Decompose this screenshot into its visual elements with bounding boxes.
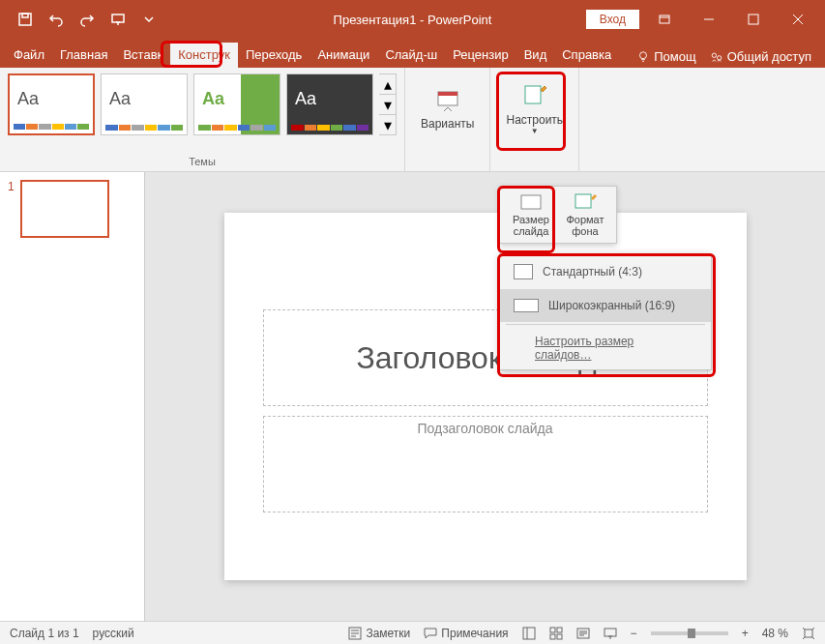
svg-point-5 bbox=[640, 51, 647, 58]
tab-animations[interactable]: Анимаци bbox=[309, 43, 377, 68]
tab-help[interactable]: Справка bbox=[554, 43, 619, 68]
redo-icon[interactable] bbox=[74, 6, 101, 33]
qat-more-icon[interactable] bbox=[135, 6, 162, 33]
format-background-button[interactable]: Формат фона bbox=[560, 190, 610, 239]
slide-thumbnails-pane[interactable]: 1 bbox=[0, 172, 145, 621]
notes-label: Заметки bbox=[366, 627, 410, 640]
theme-thumb-2[interactable]: Aa bbox=[101, 73, 188, 135]
comments-icon bbox=[424, 627, 437, 640]
svg-rect-9 bbox=[438, 92, 457, 96]
subtitle-placeholder[interactable]: Подзаголовок слайда bbox=[263, 416, 708, 512]
slide-counter: Слайд 1 из 1 bbox=[10, 627, 79, 640]
share-icon bbox=[710, 50, 723, 64]
slide-size-label: Размер слайда bbox=[510, 214, 552, 237]
share-button[interactable]: Общий доступ bbox=[710, 49, 811, 64]
tab-transitions[interactable]: Переходь bbox=[238, 43, 309, 68]
ribbon-options-icon[interactable] bbox=[645, 0, 684, 39]
svg-rect-1 bbox=[22, 14, 28, 17]
svg-rect-18 bbox=[557, 634, 562, 639]
size-standard-item[interactable]: Стандартный (4:3) bbox=[500, 254, 711, 289]
svg-point-7 bbox=[717, 55, 721, 59]
save-icon[interactable] bbox=[12, 6, 39, 33]
theme-thumb-1[interactable]: Aa bbox=[8, 73, 95, 135]
ribbon-tabs: Файл Главная Вставк Конструк Переходь Ан… bbox=[0, 39, 825, 68]
status-bar: Слайд 1 из 1 русский Заметки Примечания … bbox=[0, 621, 825, 644]
maximize-icon[interactable] bbox=[734, 0, 773, 39]
window-title: Презентация1 - PowerPoint bbox=[334, 13, 492, 27]
ribbon-design: Aa Aa Aa Aa ▴▾▾ Темы Варианты bbox=[0, 68, 825, 172]
customize-flyout: Размер слайда Формат фона bbox=[499, 186, 617, 244]
svg-rect-11 bbox=[521, 195, 541, 209]
customize-button[interactable]: Настроить ▼ bbox=[498, 73, 571, 143]
slide-size-button[interactable]: Размер слайда bbox=[506, 190, 556, 239]
comments-button[interactable]: Примечания bbox=[424, 627, 508, 640]
tab-home[interactable]: Главная bbox=[52, 43, 115, 68]
notes-button[interactable]: Заметки bbox=[348, 627, 410, 640]
title-bar: Презентация1 - PowerPoint Вход bbox=[0, 0, 825, 39]
theme-thumb-3[interactable]: Aa bbox=[193, 73, 280, 135]
variants-button[interactable]: Варианты bbox=[413, 73, 482, 143]
tellme-button[interactable]: Помощ bbox=[636, 49, 695, 64]
tab-design[interactable]: Конструк bbox=[170, 43, 238, 68]
main-area: 1 Заголовок слайда Подзаголовок слайда bbox=[0, 172, 825, 621]
size-widescreen-label: Широкоэкранный (16:9) bbox=[548, 299, 675, 312]
variants-icon bbox=[434, 86, 461, 113]
themes-gallery[interactable]: Aa Aa Aa Aa ▴▾▾ bbox=[8, 73, 397, 135]
tab-slideshow[interactable]: Слайд-ш bbox=[377, 43, 445, 68]
themes-group-label: Темы bbox=[189, 156, 216, 169]
zoom-out-button[interactable]: − bbox=[631, 627, 637, 640]
minimize-icon[interactable] bbox=[690, 0, 728, 39]
customize-label: Настроить bbox=[506, 113, 563, 127]
size-widescreen-item[interactable]: Широкоэкранный (16:9) bbox=[500, 289, 711, 322]
tab-insert[interactable]: Вставк bbox=[115, 43, 170, 68]
svg-rect-14 bbox=[523, 628, 535, 639]
notes-icon bbox=[348, 627, 362, 640]
tellme-label: Помощ bbox=[654, 49, 695, 64]
size-standard-label: Стандартный (4:3) bbox=[543, 265, 642, 278]
slide-size-icon bbox=[519, 192, 543, 212]
slide-canvas[interactable]: Заголовок слайда Подзаголовок слайда bbox=[145, 172, 825, 621]
close-icon[interactable] bbox=[779, 0, 817, 39]
share-label: Общий доступ bbox=[727, 49, 811, 64]
tab-view[interactable]: Вид bbox=[516, 43, 555, 68]
undo-icon[interactable] bbox=[43, 6, 70, 33]
svg-rect-4 bbox=[749, 15, 758, 24]
svg-rect-17 bbox=[550, 634, 555, 639]
fit-to-window-icon[interactable] bbox=[802, 627, 815, 640]
view-reading-icon[interactable] bbox=[576, 627, 590, 640]
variants-label: Варианты bbox=[421, 117, 474, 131]
svg-rect-21 bbox=[805, 629, 812, 637]
ratio-4-3-icon bbox=[514, 264, 533, 279]
slide-size-menu: Стандартный (4:3) Широкоэкранный (16:9) … bbox=[499, 253, 712, 370]
customize-icon bbox=[521, 82, 548, 109]
size-custom-item[interactable]: Настроить размер слайдов… bbox=[500, 327, 711, 369]
svg-rect-3 bbox=[660, 15, 669, 23]
tab-review[interactable]: Рецензир bbox=[445, 43, 516, 68]
svg-rect-10 bbox=[525, 86, 541, 103]
format-bg-icon bbox=[574, 192, 597, 212]
slide-thumb-1[interactable] bbox=[20, 180, 109, 238]
quick-access-toolbar bbox=[0, 6, 162, 33]
view-slideshow-icon[interactable] bbox=[604, 627, 617, 640]
ratio-16-9-icon bbox=[514, 299, 539, 312]
language-indicator[interactable]: русский bbox=[93, 627, 134, 640]
svg-rect-2 bbox=[112, 15, 124, 22]
svg-rect-16 bbox=[557, 628, 562, 632]
thumb-number: 1 bbox=[8, 180, 15, 238]
format-bg-label: Формат фона bbox=[564, 214, 606, 237]
menu-separator bbox=[506, 324, 705, 325]
themes-more-icon[interactable]: ▴▾▾ bbox=[379, 73, 397, 135]
svg-rect-15 bbox=[550, 628, 555, 632]
theme-thumb-4[interactable]: Aa bbox=[286, 73, 373, 135]
view-sorter-icon[interactable] bbox=[549, 627, 563, 640]
zoom-in-button[interactable]: + bbox=[742, 627, 749, 640]
svg-point-6 bbox=[712, 53, 716, 57]
lightbulb-icon bbox=[636, 50, 650, 64]
zoom-value[interactable]: 48 % bbox=[762, 627, 788, 640]
signin-button[interactable]: Вход bbox=[586, 10, 639, 29]
start-slideshow-icon[interactable] bbox=[104, 6, 132, 33]
svg-rect-20 bbox=[604, 629, 616, 636]
zoom-slider[interactable] bbox=[651, 631, 728, 635]
tab-file[interactable]: Файл bbox=[6, 43, 52, 68]
view-normal-icon[interactable] bbox=[522, 627, 536, 640]
